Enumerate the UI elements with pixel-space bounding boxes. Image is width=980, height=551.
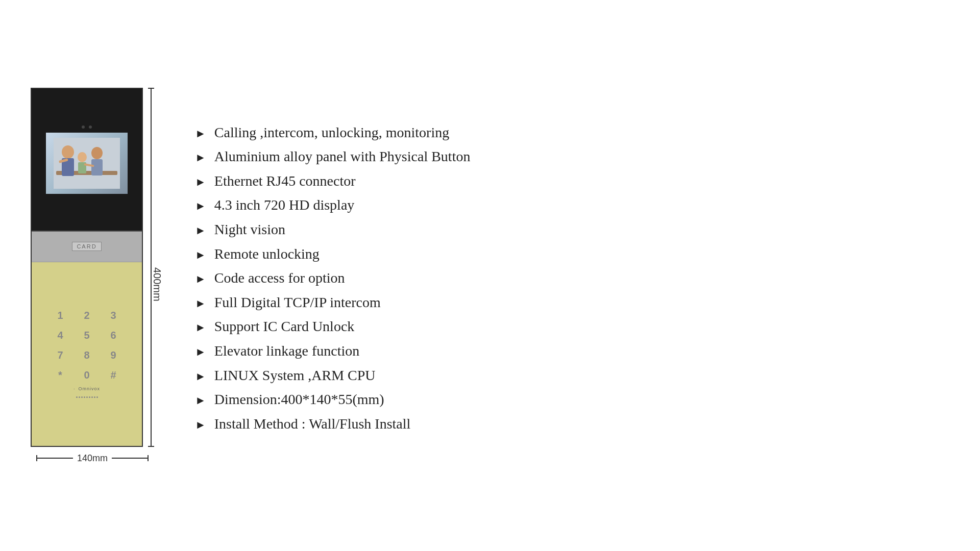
bullet-icon: ► — [195, 177, 206, 188]
feature-item-elevator: ►Elevator linkage function — [195, 342, 949, 360]
brand-dot: · — [74, 386, 76, 391]
feature-item-linux: ►LINUX System ,ARM CPU — [195, 367, 949, 384]
h-line-2 — [112, 458, 148, 459]
brand-area: · Omnivox — [74, 386, 100, 391]
bottom-tick — [148, 446, 154, 447]
right-tick — [148, 455, 149, 461]
feature-text-dimension: Dimension:400*140*55(mm) — [214, 391, 384, 408]
bullet-icon: ► — [195, 128, 206, 139]
bullet-icon: ► — [195, 395, 206, 406]
key-6: 6 — [104, 330, 122, 341]
feature-item-tcp-ip: ►Full Digital TCP/IP intercom — [195, 294, 949, 311]
bullet-icon: ► — [195, 322, 206, 333]
feature-item-ic-card: ►Support IC Card Unlock — [195, 318, 949, 335]
device-section: CARD 123456789*0# · Omnivox 400mm — [31, 88, 154, 464]
brand-text: Omnivox — [79, 386, 101, 391]
main-container: CARD 123456789*0# · Omnivox 400mm — [31, 20, 949, 531]
bullet-icon: ► — [195, 371, 206, 382]
key-#: # — [104, 369, 122, 381]
screen-image — [46, 133, 128, 194]
feature-text-ic-card: Support IC Card Unlock — [214, 318, 355, 335]
key-4: 4 — [51, 330, 69, 341]
feature-item-install: ►Install Method : Wall/Flush Install — [195, 415, 949, 433]
device-top — [32, 89, 142, 232]
keypad-grid: 123456789*0# — [51, 310, 122, 381]
device-with-measurements: CARD 123456789*0# · Omnivox 400mm — [31, 88, 154, 447]
svg-point-4 — [91, 147, 103, 159]
v-line: 400mm — [151, 89, 152, 446]
device-card-section: CARD — [32, 232, 142, 262]
feature-item-ethernet: ►Ethernet RJ45 connector — [195, 172, 949, 190]
svg-point-2 — [62, 145, 74, 159]
speaker-dot-7 — [94, 396, 95, 398]
speaker-dot-3 — [84, 396, 85, 398]
height-label: 400mm — [151, 267, 163, 302]
feature-text-code-access: Code access for option — [214, 269, 345, 287]
feature-text-display: 4.3 inch 720 HD display — [214, 196, 355, 214]
feature-text-night-vision: Night vision — [214, 221, 285, 238]
svg-rect-5 — [91, 159, 103, 176]
feature-item-remote-unlock: ►Remote unlocking — [195, 245, 949, 263]
feature-item-aluminium: ►Aluminium alloy panel with Physical But… — [195, 148, 949, 165]
feature-text-calling: Calling ,intercom, unlocking, monitoring — [214, 124, 449, 141]
camera-dot — [82, 126, 85, 129]
key-7: 7 — [51, 349, 69, 361]
speaker-dot-0 — [76, 396, 78, 398]
width-measurement: 140mm — [36, 453, 149, 464]
device-body: CARD 123456789*0# · Omnivox — [31, 88, 143, 447]
feature-item-dimension: ►Dimension:400*140*55(mm) — [195, 391, 949, 408]
speaker-dot-5 — [89, 396, 90, 398]
family-svg — [54, 138, 120, 189]
speaker — [76, 396, 98, 398]
feature-text-aluminium: Aluminium alloy panel with Physical Butt… — [214, 148, 471, 165]
feature-text-install: Install Method : Wall/Flush Install — [214, 415, 411, 433]
feature-text-tcp-ip: Full Digital TCP/IP intercom — [214, 294, 381, 311]
h-line — [37, 458, 73, 459]
key-3: 3 — [104, 310, 122, 321]
camera-area — [82, 126, 92, 129]
bullet-icon: ► — [195, 346, 206, 358]
width-label: 140mm — [73, 453, 112, 464]
key-1: 1 — [51, 310, 69, 321]
feature-text-remote-unlock: Remote unlocking — [214, 245, 320, 263]
bullet-icon: ► — [195, 152, 206, 163]
bullet-icon: ► — [195, 298, 206, 309]
key-*: * — [51, 369, 69, 381]
speaker-dot-1 — [79, 396, 80, 398]
sensor-dot — [89, 126, 92, 129]
device-screen — [46, 133, 128, 194]
key-0: 0 — [78, 369, 96, 381]
features-section: ►Calling ,intercom, unlocking, monitorin… — [195, 119, 949, 433]
svg-point-6 — [78, 152, 87, 162]
feature-item-night-vision: ►Night vision — [195, 221, 949, 238]
bullet-icon: ► — [195, 225, 206, 236]
feature-text-elevator: Elevator linkage function — [214, 342, 360, 360]
feature-item-display: ► 4.3 inch 720 HD display — [195, 196, 949, 214]
height-measurement: 400mm — [148, 88, 154, 447]
speaker-dot-8 — [96, 396, 98, 398]
feature-item-code-access: ►Code access for option — [195, 269, 949, 287]
key-5: 5 — [78, 330, 96, 341]
feature-text-ethernet: Ethernet RJ45 connector — [214, 172, 356, 190]
feature-text-linux: LINUX System ,ARM CPU — [214, 367, 376, 384]
feature-item-calling: ►Calling ,intercom, unlocking, monitorin… — [195, 124, 949, 141]
bullet-icon: ► — [195, 249, 206, 261]
speaker-dot-6 — [91, 396, 93, 398]
bullet-icon: ► — [195, 201, 206, 212]
key-2: 2 — [78, 310, 96, 321]
card-label: CARD — [72, 242, 101, 251]
key-9: 9 — [104, 349, 122, 361]
bullet-icon: ► — [195, 273, 206, 285]
speaker-dot-2 — [81, 396, 83, 398]
device-keypad: 123456789*0# · Omnivox — [32, 262, 142, 446]
bullet-icon: ► — [195, 419, 206, 431]
key-8: 8 — [78, 349, 96, 361]
speaker-dot-4 — [86, 396, 88, 398]
